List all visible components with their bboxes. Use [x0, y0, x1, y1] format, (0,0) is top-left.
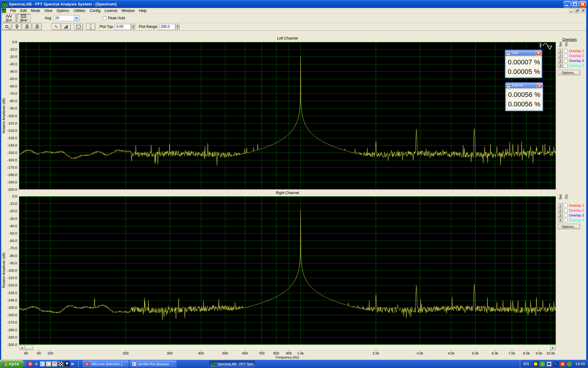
overlay-on-checkbox-3[interactable]	[564, 59, 567, 63]
mdi-restore-button[interactable]	[575, 9, 580, 13]
close-button[interactable]	[579, 1, 586, 7]
output-button-2[interactable]: OUT	[32, 23, 42, 30]
menu-edit[interactable]: Edit	[18, 8, 29, 13]
scrollbar-thumb[interactable]	[25, 345, 33, 350]
overlay-on-checkbox-4-bottom[interactable]	[564, 218, 567, 222]
plot-top-input[interactable]	[115, 24, 131, 30]
plot-range-input[interactable]	[159, 24, 175, 30]
thdn-close-button[interactable]	[537, 83, 542, 88]
avg-dropdown[interactable]: 20	[54, 15, 79, 21]
opera-icon[interactable]: O	[28, 361, 33, 366]
peak-hold-checkbox[interactable]	[103, 16, 107, 20]
menu-license[interactable]: License	[103, 8, 119, 13]
opera-icon: O	[85, 362, 89, 366]
right-channel-plot[interactable]	[19, 196, 556, 345]
floppy-save-icon[interactable]	[52, 361, 57, 366]
y-tick-label: -140.0	[5, 144, 17, 147]
overlays-on-label-bottom: On	[564, 194, 568, 199]
spectrum-bars-button[interactable]	[62, 23, 71, 30]
window-title: SpectraLAB - FFT Spectral Analysis Syste…	[9, 2, 116, 6]
plot-top-spinner[interactable]	[131, 24, 135, 29]
task-spectralab[interactable]: SpectraLAB - FFT Spe...	[209, 361, 255, 367]
clipboard-icon[interactable]	[46, 361, 51, 366]
y-tick-label: -160.0	[5, 158, 17, 162]
input-monitor-button[interactable]: IN	[12, 23, 21, 30]
overlay-row-3-bottom: 3 Overlay 3	[558, 213, 584, 217]
overlay-set-button-2-bottom[interactable]: 2	[558, 208, 563, 213]
overlay-set-button-1[interactable]: 1	[558, 49, 563, 53]
y-tick-label: -60.0	[5, 239, 17, 243]
system-tray: EN ✓ 18:49	[520, 360, 588, 368]
menu-file[interactable]: File	[8, 8, 18, 13]
overlay-on-checkbox-4[interactable]	[564, 64, 567, 67]
signal-type-indicator: S T	[540, 42, 553, 50]
language-indicator[interactable]: EN	[523, 362, 529, 366]
y-tick-label: -80.0	[5, 99, 17, 103]
overlay-on-checkbox-3-bottom[interactable]	[564, 213, 567, 217]
x-tick-label: 1.0k	[294, 351, 307, 355]
overlay-on-checkbox-1[interactable]	[564, 49, 567, 53]
tray-input-devices-icon[interactable]	[547, 362, 552, 366]
send-arrow-icon[interactable]	[70, 361, 76, 366]
tray-viewer-icon[interactable]	[567, 362, 572, 366]
zoom-button[interactable]	[2, 23, 11, 30]
task-arclite-rar[interactable]: {arclite:Rar:Данные ...	[130, 361, 176, 367]
overlay-set-button-2[interactable]: 2	[558, 54, 563, 58]
overlay-on-checkbox-1-bottom[interactable]	[564, 204, 567, 207]
y-tick-label: -50.0	[5, 77, 17, 81]
scroll-left-button[interactable]	[19, 345, 24, 350]
checkered-bat-icon[interactable]	[58, 361, 63, 366]
tray-swirl-icon[interactable]	[533, 362, 538, 366]
menu-options[interactable]: Options	[55, 8, 71, 13]
explorer-window-icon[interactable]	[40, 361, 45, 366]
spin-up-icon	[132, 25, 134, 26]
minimize-button[interactable]	[564, 1, 571, 7]
overlay-set-button-1-bottom[interactable]: 1	[558, 203, 563, 208]
left-channel-plot[interactable]	[19, 42, 556, 190]
menu-utilities[interactable]: Utilities	[71, 8, 88, 13]
menu-help[interactable]: Help	[137, 8, 149, 13]
frequency-scrollbar[interactable]	[19, 345, 556, 350]
overlay-set-button-3-bottom[interactable]: 3	[558, 213, 563, 217]
tray-check-icon[interactable]: ✓	[540, 362, 545, 366]
task-ultra-low-distortion[interactable]: O Ultra low distortion (...	[83, 361, 129, 367]
time-series-button[interactable]: ∿	[51, 23, 61, 30]
mdi-minimize-button[interactable]	[569, 9, 574, 13]
tray-network-icon[interactable]	[553, 362, 558, 366]
arrow-left-icon	[21, 347, 23, 349]
overlays-options-button[interactable]: Options...	[558, 70, 580, 75]
overlay-set-button-4-bottom[interactable]: 4	[558, 218, 563, 222]
overlay-on-checkbox-2-bottom[interactable]	[564, 209, 567, 212]
menu-view[interactable]: View	[42, 8, 55, 13]
overlays-set-label: Set	[559, 42, 562, 47]
overlay-on-checkbox-2[interactable]	[564, 54, 567, 58]
spectrogram-button[interactable]	[74, 23, 83, 30]
thd-window-titlebar[interactable]: THD	[505, 50, 542, 56]
menu-window[interactable]: Window	[119, 8, 137, 13]
ie-icon[interactable]: e	[34, 361, 39, 366]
start-button[interactable]: пуск	[0, 360, 24, 368]
mdi-minimize-icon	[570, 11, 572, 12]
overlays-options-button-bottom[interactable]: Options...	[558, 224, 580, 229]
overlay-row-2-bottom: 2 Overlay 2	[558, 208, 584, 213]
tray-download-master-icon[interactable]	[560, 362, 565, 366]
overlay-label-2: Overlay 2	[569, 54, 584, 58]
plot-range-spinner[interactable]	[175, 24, 179, 29]
output-button-1[interactable]: OUT	[22, 23, 32, 30]
x-tick-label: 600	[239, 351, 251, 355]
wolf-icon[interactable]	[64, 361, 70, 366]
stop-button[interactable]: Stop	[17, 14, 31, 22]
mdi-close-button[interactable]	[581, 9, 586, 13]
avg-dropdown-button[interactable]	[74, 15, 79, 21]
thdn-window-titlebar[interactable]: THD+N	[506, 83, 543, 88]
menu-mode[interactable]: Mode	[29, 8, 42, 13]
overlay-set-button-3[interactable]: 3	[558, 59, 563, 63]
scroll-right-button[interactable]	[550, 345, 556, 350]
thdn-window-title: THD+N	[512, 84, 523, 87]
run-button[interactable]: Run	[2, 14, 16, 22]
maximize-button[interactable]	[571, 1, 579, 7]
thd-close-button[interactable]	[536, 51, 541, 56]
overlay-set-button-4[interactable]: 4	[558, 63, 563, 68]
menu-config[interactable]: Config	[88, 8, 103, 13]
amplitude-scale-button[interactable]: ↕	[86, 23, 95, 30]
